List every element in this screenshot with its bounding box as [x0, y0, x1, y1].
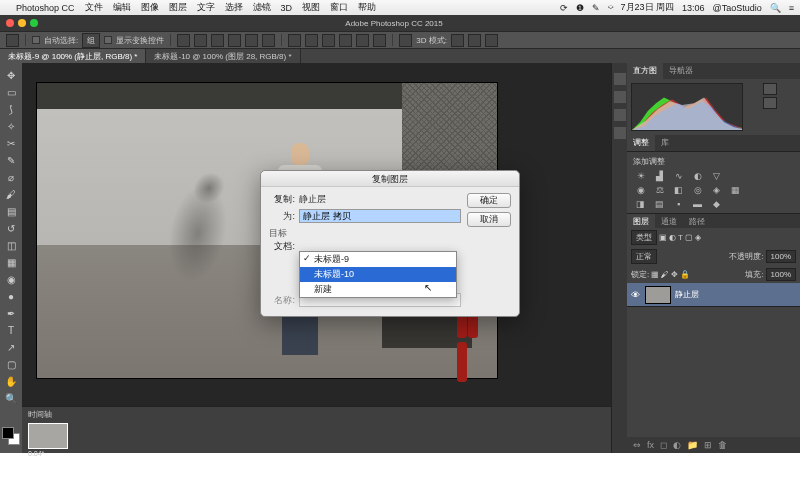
align-icon[interactable]: [262, 34, 275, 47]
history-brush-icon[interactable]: ↺: [3, 220, 19, 236]
stamp-tool-icon[interactable]: ▤: [3, 203, 19, 219]
dropdown-item[interactable]: 未标题-9: [300, 252, 456, 267]
cancel-button[interactable]: 取消: [467, 212, 511, 227]
move-tool-icon[interactable]: ✥: [3, 67, 19, 83]
wand-tool-icon[interactable]: ✧: [3, 118, 19, 134]
hand-tool-icon[interactable]: ✋: [3, 373, 19, 389]
dodge-tool-icon[interactable]: ●: [3, 288, 19, 304]
dropdown-item[interactable]: 新建: [300, 282, 456, 297]
layer-name[interactable]: 静止层: [675, 289, 699, 300]
channel-mixer-icon[interactable]: ◈: [709, 184, 724, 195]
link-align-icon[interactable]: [399, 34, 412, 47]
brush-tool-icon[interactable]: 🖌: [3, 186, 19, 202]
zoom-window-button[interactable]: [30, 19, 38, 27]
crop-tool-icon[interactable]: ✂: [3, 135, 19, 151]
visibility-icon[interactable]: 👁: [631, 290, 641, 300]
group-icon[interactable]: 📁: [687, 440, 698, 450]
layer-row[interactable]: 👁 静止层: [627, 283, 800, 307]
panel-icon[interactable]: [614, 109, 626, 121]
filter-text-icon[interactable]: T: [678, 233, 683, 242]
menu-type[interactable]: 文字: [197, 1, 215, 14]
path-tool-icon[interactable]: ↗: [3, 339, 19, 355]
exposure-icon[interactable]: ◐: [690, 170, 705, 181]
menu-file[interactable]: 文件: [85, 1, 103, 14]
selective-color-icon[interactable]: ◆: [709, 198, 724, 209]
marquee-tool-icon[interactable]: ▭: [3, 84, 19, 100]
tab-histogram[interactable]: 直方图: [627, 63, 663, 79]
lock-all-icon[interactable]: 🔒: [680, 270, 690, 279]
distribute-icon[interactable]: [322, 34, 335, 47]
align-icon[interactable]: [194, 34, 207, 47]
brightness-icon[interactable]: ☀: [633, 170, 648, 181]
menu-view[interactable]: 视图: [302, 1, 320, 14]
shape-tool-icon[interactable]: ▢: [3, 356, 19, 372]
blur-tool-icon[interactable]: ◉: [3, 271, 19, 287]
threeD-icon[interactable]: [451, 34, 464, 47]
timeline-header[interactable]: 时间轴: [28, 409, 605, 421]
menubar-date[interactable]: 7月23日 周四: [621, 1, 675, 14]
align-icon[interactable]: [177, 34, 190, 47]
hue-icon[interactable]: ◉: [633, 184, 648, 195]
distribute-icon[interactable]: [305, 34, 318, 47]
distribute-icon[interactable]: [339, 34, 352, 47]
panel-icon[interactable]: [614, 91, 626, 103]
tab-channels[interactable]: 通道: [655, 214, 683, 228]
notification-icon[interactable]: ≡: [789, 3, 794, 13]
menu-help[interactable]: 帮助: [358, 1, 376, 14]
tab-libraries[interactable]: 库: [655, 135, 675, 151]
ok-button[interactable]: 确定: [467, 193, 511, 208]
menubar-extra-icon[interactable]: ✎: [592, 3, 600, 13]
invert-icon[interactable]: ◨: [633, 198, 648, 209]
balance-icon[interactable]: ⚖: [652, 184, 667, 195]
menubar-wifi-icon[interactable]: ⌔: [608, 3, 613, 13]
tab-adjustments[interactable]: 调整: [627, 135, 655, 151]
color-swatch[interactable]: [2, 427, 20, 445]
spotlight-icon[interactable]: 🔍: [770, 3, 781, 13]
levels-icon[interactable]: ▟: [652, 170, 667, 181]
layer-mask-icon[interactable]: ◻: [660, 440, 667, 450]
adjustment-layer-icon[interactable]: ◐: [673, 440, 681, 450]
new-layer-icon[interactable]: ⊞: [704, 440, 712, 450]
photo-filter-icon[interactable]: ◎: [690, 184, 705, 195]
threeD-icon[interactable]: [468, 34, 481, 47]
menu-layer[interactable]: 图层: [169, 1, 187, 14]
move-tool-icon[interactable]: [6, 34, 19, 47]
layer-name-input[interactable]: 静止层 拷贝: [299, 209, 461, 223]
filter-pixel-icon[interactable]: ▣: [659, 233, 667, 242]
eraser-tool-icon[interactable]: ◫: [3, 237, 19, 253]
lock-pixels-icon[interactable]: 🖌: [661, 270, 669, 279]
gradient-tool-icon[interactable]: ▦: [3, 254, 19, 270]
close-window-button[interactable]: [6, 19, 14, 27]
threeD-icon[interactable]: [485, 34, 498, 47]
menubar-user[interactable]: @TaoStudio: [713, 3, 762, 13]
tab-paths[interactable]: 路径: [683, 214, 711, 228]
auto-select-dropdown[interactable]: 组: [82, 33, 100, 48]
minimize-window-button[interactable]: [18, 19, 26, 27]
opacity-value[interactable]: 100%: [766, 250, 796, 263]
eyedropper-tool-icon[interactable]: ✎: [3, 152, 19, 168]
layer-thumbnail[interactable]: [645, 286, 671, 304]
layer-fx-icon[interactable]: fx: [647, 440, 654, 450]
panel-icon[interactable]: [614, 73, 626, 85]
align-icon[interactable]: [245, 34, 258, 47]
link-layers-icon[interactable]: ⇔: [633, 440, 641, 450]
posterize-icon[interactable]: ▤: [652, 198, 667, 209]
vibrance-icon[interactable]: ▽: [709, 170, 724, 181]
align-icon[interactable]: [228, 34, 241, 47]
warning-icon[interactable]: [763, 83, 777, 95]
filter-kind-dropdown[interactable]: 类型: [631, 230, 657, 245]
lock-position-icon[interactable]: ✥: [671, 270, 678, 279]
delete-layer-icon[interactable]: 🗑: [718, 440, 727, 450]
show-transform-checkbox[interactable]: [104, 36, 112, 44]
foreground-color-swatch[interactable]: [2, 427, 14, 439]
threshold-icon[interactable]: ▪: [671, 198, 686, 209]
tab-navigator[interactable]: 导航器: [663, 63, 699, 79]
frame-duration[interactable]: 0.04*: [28, 450, 605, 457]
panel-icon[interactable]: [614, 127, 626, 139]
heal-tool-icon[interactable]: ⌀: [3, 169, 19, 185]
filter-shape-icon[interactable]: ▢: [685, 233, 693, 242]
text-tool-icon[interactable]: T: [3, 322, 19, 338]
lookup-icon[interactable]: ▦: [728, 184, 743, 195]
distribute-icon[interactable]: [356, 34, 369, 47]
align-icon[interactable]: [211, 34, 224, 47]
